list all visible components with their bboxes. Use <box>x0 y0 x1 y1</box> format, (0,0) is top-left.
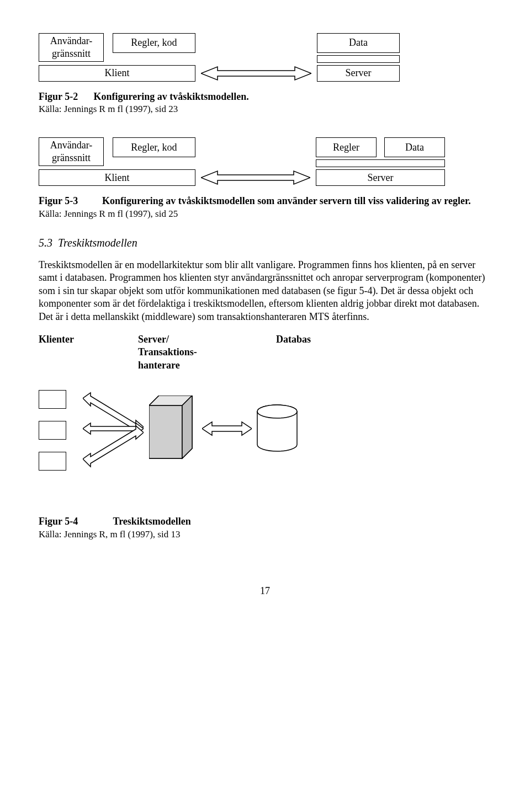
box-reglerkod: Regler, kod <box>113 137 195 157</box>
box-server: Server <box>316 169 445 186</box>
body-paragraph: Treskiktsmodellen är en modellarkitektur… <box>39 259 491 323</box>
svg-marker-1 <box>201 171 310 184</box>
figure-source: Källa: Jennings R, m fl (1997), sid 13 <box>39 528 491 541</box>
client-box <box>39 452 66 471</box>
figure-caption: Figur 5-2 Konfigurering av tvåskiktsmode… <box>39 90 491 103</box>
svg-marker-4 <box>83 426 144 467</box>
figure-caption: Figur 5-4 Treskiktsmodellen <box>39 515 491 528</box>
page-number: 17 <box>39 585 491 597</box>
double-arrow-icon <box>201 65 311 82</box>
box-klient: Klient <box>39 65 195 82</box>
svg-marker-8 <box>182 396 192 458</box>
figure-5-2: Användar- gränssnitt Regler, kod Data Kl… <box>39 33 491 115</box>
svg-marker-0 <box>201 67 311 80</box>
fig54-headings: Klienter Server/ Transaktions- hanterare… <box>39 333 491 372</box>
box-regler: Regler <box>316 137 377 157</box>
box-data: Data <box>384 137 445 157</box>
figure-5-3: Användar- gränssnitt Regler, kod Regler … <box>39 137 491 220</box>
double-arrow-icon <box>201 169 310 186</box>
box-small-server <box>317 55 400 63</box>
fan-arrows-icon <box>83 387 144 473</box>
double-arrow-icon <box>202 420 252 440</box>
client-boxes <box>39 390 66 471</box>
box-small-server <box>316 159 445 167</box>
figure-caption: Figur 5-3 Konfigurering av tvåskiktsmode… <box>39 195 491 207</box>
figure-5-4 <box>39 387 491 473</box>
box-server: Server <box>317 65 400 82</box>
svg-point-11 <box>257 405 297 418</box>
figure-source: Källa: Jennings R m fl (1997), sid 23 <box>39 103 491 115</box>
figure-source: Källa: Jennings R m fl (1997), sid 25 <box>39 208 491 220</box>
database-cylinder-icon <box>255 404 299 457</box>
server-cuboid-icon <box>149 396 193 465</box>
svg-marker-9 <box>202 422 252 435</box>
box-data: Data <box>317 33 400 53</box>
box-anvandar: Användar- gränssnitt <box>39 33 104 62</box>
svg-marker-6 <box>149 405 182 458</box>
client-box <box>39 390 66 409</box>
box-anvandar: Användar- gränssnitt <box>39 137 104 166</box>
box-regler: Regler, kod <box>113 33 195 53</box>
section-heading: 5.3 Treskiktsmodellen <box>39 236 491 250</box>
client-box <box>39 421 66 440</box>
box-klient: Klient <box>39 169 195 186</box>
